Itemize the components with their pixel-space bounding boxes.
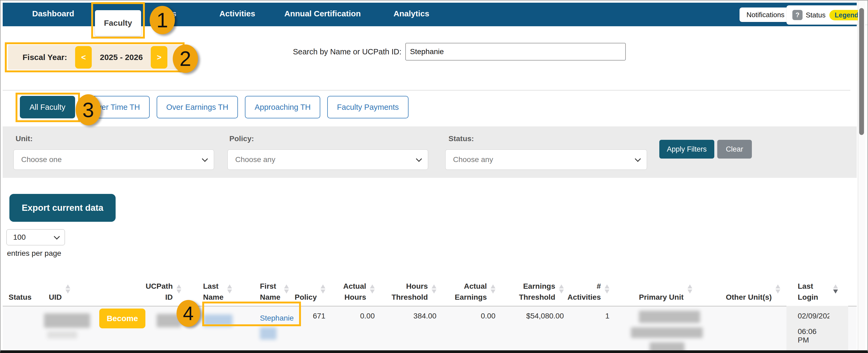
column-header-last-login-sort[interactable]: [829, 264, 848, 304]
sort-desc-icon: [833, 284, 838, 293]
annotation-callout-3: 3: [75, 94, 101, 125]
apply-filters-button[interactable]: Apply Filters: [659, 140, 714, 158]
sort-icon: [227, 284, 232, 293]
cell-become: Become: [97, 307, 151, 351]
search-label: Search by Name or UCPath ID:: [293, 47, 402, 56]
cell-primary-unit: [620, 307, 725, 351]
cell-earnings-threshold: $54,080.00: [507, 307, 566, 351]
policy-filter-label: Policy:: [229, 135, 254, 143]
column-header-primary-unit[interactable]: Primary Unit: [620, 264, 725, 304]
nav-item-activities[interactable]: Activities: [219, 9, 255, 18]
policy-filter-select[interactable]: Choose any: [227, 149, 428, 170]
column-header-policy[interactable]: Policy: [298, 264, 335, 304]
annotation-callout-1: 1: [150, 6, 175, 34]
column-header-actual-hours[interactable]: Actual Hours: [335, 264, 383, 304]
page-size-value: 100: [13, 233, 26, 242]
redacted-last-name-link[interactable]: [203, 314, 232, 327]
help-icon: ?: [793, 10, 803, 20]
cell-hours-threshold: 384.00: [383, 307, 444, 351]
chevron-down-icon: [635, 156, 641, 162]
nav-item-analytics[interactable]: Analytics: [394, 9, 429, 18]
column-header-other-units[interactable]: Other Unit(s): [725, 264, 786, 304]
sort-icon: [491, 284, 495, 293]
vertical-scrollbar-track[interactable]: [858, 1, 865, 350]
faculty-table-header: Status UID UCPath ID Last Name First Nam…: [8, 264, 848, 304]
annotation-callout-4: 4: [177, 300, 200, 327]
policy-filter-value: Choose any: [235, 155, 275, 164]
cell-status: [8, 307, 49, 351]
sort-icon: [604, 284, 610, 293]
unit-filter-label: Unit:: [16, 135, 33, 143]
sort-icon: [370, 284, 375, 293]
tab-over-earnings-th[interactable]: Over Earnings TH: [157, 96, 238, 118]
fiscal-year-next-button[interactable]: >: [151, 46, 167, 69]
fiscal-year-label: Fiscal Year:: [23, 53, 67, 62]
sort-icon: [432, 284, 436, 293]
filter-bar: Unit: Choose one Policy: Choose any Stat…: [3, 127, 857, 178]
redacted-name-secondary: [260, 327, 277, 340]
search-section: Search by Name or UCPath ID:: [293, 43, 626, 61]
column-header-ucpath-id[interactable]: UCPath ID: [151, 264, 186, 304]
annotation-callout-2: 2: [173, 44, 198, 73]
unit-filter-select[interactable]: Choose one: [13, 149, 214, 170]
tab-all-faculty[interactable]: All Faculty: [20, 96, 75, 118]
app-window: Dashboard ms Activities Annual Certifica…: [0, 0, 868, 353]
page-size-select[interactable]: 100: [6, 229, 65, 245]
sort-icon: [284, 284, 289, 293]
chevron-down-icon: [202, 156, 208, 162]
fiscal-year-panel: Fiscal Year: < 2025 - 2026 >: [8, 45, 181, 70]
chevron-down-icon: [54, 234, 60, 240]
status-button-label: Status: [806, 11, 826, 19]
table-row: Become Stephanie 671 0.00 384.00 0.00 $5…: [3, 306, 857, 351]
status-filter-select[interactable]: Choose any: [445, 149, 647, 170]
redacted-primary-unit-line2: [631, 327, 703, 338]
cell-activities-count: 1: [566, 307, 620, 351]
cell-first-name: Stephanie: [254, 307, 298, 351]
column-header-status: Status: [8, 264, 49, 304]
cell-uid: [49, 307, 97, 351]
column-header-become: [97, 264, 151, 304]
cell-last-login-pad: [829, 306, 848, 351]
redacted-uid: [44, 313, 90, 328]
last-login-time: 06:06 PM: [798, 327, 829, 345]
unit-filter-value: Choose one: [21, 155, 62, 164]
entries-per-page-label: entries per page: [7, 249, 61, 258]
column-header-actual-earnings[interactable]: Actual Earnings: [444, 264, 507, 304]
chevron-down-icon: [416, 156, 422, 162]
sort-icon: [559, 284, 564, 293]
nav-item-annual-certification[interactable]: Annual Certification: [284, 9, 361, 18]
redacted-primary-unit-line1: [639, 311, 700, 323]
cell-actual-hours: 0.00: [335, 307, 383, 351]
status-filter-value: Choose any: [453, 155, 493, 164]
clear-filters-button[interactable]: Clear: [717, 140, 752, 158]
cell-other-units: [725, 307, 786, 351]
nav-item-dashboard[interactable]: Dashboard: [32, 9, 74, 18]
fiscal-year-prev-button[interactable]: <: [75, 46, 92, 69]
search-input[interactable]: [405, 43, 626, 61]
column-header-last-login[interactable]: Last Login: [786, 264, 829, 304]
redacted-uid-secondary: [47, 331, 77, 339]
fiscal-year-value: 2025 - 2026: [100, 53, 143, 62]
first-name-link[interactable]: Stephanie: [260, 314, 294, 322]
cell-last-login: 02/09/2026 06:06 PM: [786, 306, 829, 351]
nav-item-faculty-active-tab[interactable]: Faculty: [95, 10, 141, 36]
column-header-hours-threshold[interactable]: Hours Threshold: [383, 264, 444, 304]
export-current-data-button[interactable]: Export current data: [9, 194, 116, 222]
sort-icon: [65, 284, 70, 293]
column-header-activities-count[interactable]: # Activities: [566, 264, 620, 304]
column-header-uid[interactable]: UID: [49, 264, 97, 304]
notifications-button[interactable]: Notifications: [740, 7, 792, 22]
cell-actual-earnings: 0.00: [444, 307, 507, 351]
section-divider: [3, 90, 850, 91]
tab-faculty-payments[interactable]: Faculty Payments: [327, 96, 408, 118]
become-button[interactable]: Become: [99, 309, 145, 328]
status-legend-button[interactable]: ? Status Legend: [786, 5, 868, 25]
column-header-earnings-threshold[interactable]: Earnings Threshold: [507, 264, 566, 304]
column-header-last-name[interactable]: Last Name: [186, 264, 254, 304]
redacted-primary-unit-line3: [650, 342, 685, 353]
column-header-first-name[interactable]: First Name: [254, 264, 298, 304]
tab-approaching-th[interactable]: Approaching TH: [245, 96, 320, 118]
status-filter-label: Status:: [448, 135, 474, 143]
sort-icon: [320, 284, 326, 293]
vertical-scrollbar-thumb[interactable]: [859, 8, 864, 135]
